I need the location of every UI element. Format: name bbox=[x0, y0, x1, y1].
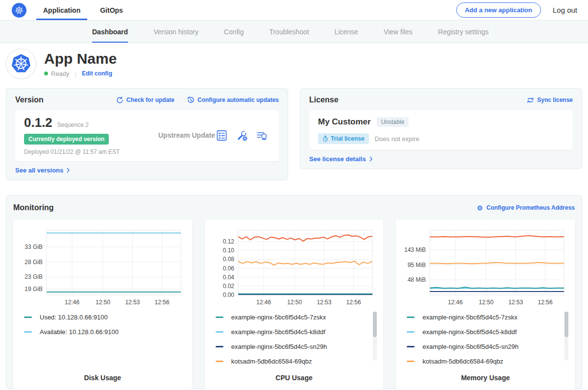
top-navbar: Application GitOps Add a new application… bbox=[0, 0, 588, 21]
divider: | bbox=[75, 70, 76, 77]
svg-text:12:56: 12:56 bbox=[346, 299, 361, 306]
cpu-usage-chart-card: 0.120.100.080.060.040.020.0012:4612:5012… bbox=[205, 219, 384, 390]
legend-label: example-nginx-5bc6f5d4c5-k8ddf bbox=[231, 328, 325, 336]
stopwatch-icon bbox=[322, 136, 328, 142]
svg-text:12:50: 12:50 bbox=[479, 299, 493, 306]
nav-tab-gitops[interactable]: GitOps bbox=[100, 0, 123, 20]
configure-prometheus-button[interactable]: Configure Prometheus Address bbox=[476, 204, 575, 212]
refresh-icon bbox=[116, 97, 123, 104]
legend-label: example-nginx-5bc6f5d4c5-sn29h bbox=[422, 343, 518, 350]
legend-item: example-nginx-5bc6f5d4c5-k8ddf bbox=[407, 328, 560, 336]
chart-title: Disk Usage bbox=[18, 371, 187, 386]
legend-swatch bbox=[407, 346, 415, 347]
version-card: Version Check for update Configure au bbox=[6, 88, 288, 180]
svg-text:12:53: 12:53 bbox=[317, 299, 331, 306]
version-number: 0.1.2 bbox=[24, 115, 52, 130]
svg-text:12:50: 12:50 bbox=[96, 299, 110, 306]
add-new-application-button[interactable]: Add a new application bbox=[456, 2, 541, 18]
tab-version-history[interactable]: Version history bbox=[153, 21, 198, 43]
preflight-checks-icon[interactable] bbox=[216, 129, 228, 142]
tab-config[interactable]: Config bbox=[224, 21, 244, 43]
chevron-right-icon bbox=[369, 156, 373, 162]
legend-label: Used: 10.128.0.66:9100 bbox=[40, 314, 108, 321]
app-header: App Name Ready | Edit config bbox=[0, 43, 588, 84]
see-license-details-link[interactable]: See license details bbox=[309, 155, 573, 163]
version-card-title: Version bbox=[15, 96, 44, 104]
edit-config-link[interactable]: Edit config bbox=[82, 70, 112, 77]
svg-text:0.10: 0.10 bbox=[223, 247, 235, 254]
chart-title: Memory Usage bbox=[401, 371, 570, 386]
legend-label: Available: 10.128.0.66:9100 bbox=[40, 328, 119, 336]
svg-text:95 MiB: 95 MiB bbox=[407, 262, 425, 268]
legend-label: example-nginx-5bc6f5d4c5-7zskx bbox=[422, 314, 517, 321]
svg-text:12:46: 12:46 bbox=[256, 299, 271, 306]
app-subnav: Dashboard Version history Config Trouble… bbox=[0, 21, 588, 43]
tab-dashboard[interactable]: Dashboard bbox=[92, 21, 128, 43]
legend-item: example-nginx-5bc6f5d4c5-sn29h bbox=[407, 343, 560, 350]
monitoring-section: Monitoring Configure Prometheus Address … bbox=[6, 195, 582, 389]
cpu-usage-chart: 0.120.100.080.060.040.020.0012:4612:5012… bbox=[210, 225, 379, 309]
chevron-right-icon bbox=[67, 168, 70, 173]
svg-text:12:56: 12:56 bbox=[538, 299, 552, 306]
legend-label: example-nginx-5bc6f5d4c5-7zskx bbox=[231, 314, 326, 321]
memory-usage-chart-card: 143 MiB95 MiB48 MiB12:4612:5012:5312:56 … bbox=[396, 219, 575, 390]
legend-item: Used: 10.128.0.66:9100 bbox=[24, 314, 177, 321]
legend-scrollbar[interactable] bbox=[564, 312, 568, 361]
config-wrench-icon[interactable] bbox=[236, 129, 248, 142]
gear-icon bbox=[476, 204, 484, 212]
svg-text:0.02: 0.02 bbox=[223, 283, 235, 290]
legend-item: example-nginx-5bc6f5d4c5-7zskx bbox=[407, 314, 560, 321]
channel-badge: Unstable bbox=[377, 117, 409, 127]
deployed-timestamp: Deployed 01/21/22 @ 11:57 am EST bbox=[24, 148, 147, 155]
deployed-version-badge: Currently deployed version bbox=[24, 134, 109, 145]
legend-swatch bbox=[216, 331, 223, 333]
legend-swatch bbox=[216, 346, 223, 347]
legend-swatch bbox=[407, 317, 415, 318]
kubernetes-logo-icon[interactable] bbox=[12, 3, 26, 18]
svg-text:23 GiB: 23 GiB bbox=[25, 273, 43, 280]
svg-text:0.06: 0.06 bbox=[223, 265, 235, 272]
disk-usage-chart-card: 33 GiB28 GiB23 GiB19 GiB12:4612:5012:531… bbox=[13, 219, 192, 390]
legend-item: Available: 10.128.0.66:9100 bbox=[24, 328, 177, 336]
legend-label: example-nginx-5bc6f5d4c5-sn29h bbox=[231, 343, 327, 350]
log-out-button[interactable]: Log out bbox=[553, 6, 577, 14]
svg-text:143 MiB: 143 MiB bbox=[404, 246, 426, 253]
check-for-update-button[interactable]: Check for update bbox=[116, 97, 174, 104]
legend-label: kotsadm-5db6dc6584-69qbz bbox=[231, 358, 312, 365]
memory-usage-chart: 143 MiB95 MiB48 MiB12:4612:5012:5312:56 bbox=[401, 225, 570, 309]
cpu-usage-legend: example-nginx-5bc6f5d4c5-7zskxexample-ng… bbox=[210, 309, 379, 371]
svg-text:12:56: 12:56 bbox=[155, 299, 170, 306]
ready-status-dot bbox=[44, 72, 48, 75]
app-kubernetes-icon bbox=[6, 49, 36, 79]
tab-registry-settings[interactable]: Registry settings bbox=[438, 21, 489, 43]
svg-text:48 MiB: 48 MiB bbox=[407, 276, 425, 283]
legend-scrollbar-thumb[interactable] bbox=[373, 312, 377, 337]
legend-scrollbar[interactable] bbox=[373, 312, 377, 361]
legend-swatch bbox=[24, 331, 32, 333]
svg-text:0.00: 0.00 bbox=[223, 292, 235, 298]
legend-swatch bbox=[216, 317, 223, 318]
legend-label: example-nginx-5bc6f5d4c5-k8ddf bbox=[422, 328, 516, 336]
legend-scrollbar-thumb[interactable] bbox=[564, 312, 568, 337]
tab-view-files[interactable]: View files bbox=[384, 21, 413, 43]
legend-item: example-nginx-5bc6f5d4c5-7zskx bbox=[216, 314, 369, 321]
chart-title: CPU Usage bbox=[210, 371, 379, 386]
nav-tab-application[interactable]: Application bbox=[43, 0, 80, 20]
sync-license-button[interactable]: Sync license bbox=[527, 97, 573, 104]
legend-swatch bbox=[216, 361, 223, 362]
tab-license[interactable]: License bbox=[335, 21, 358, 43]
sequence-label: Sequence 2 bbox=[57, 122, 89, 128]
legend-item: example-nginx-5bc6f5d4c5-sn29h bbox=[216, 343, 369, 350]
tab-troubleshoot[interactable]: Troubleshoot bbox=[269, 21, 309, 43]
view-logs-icon[interactable] bbox=[256, 129, 268, 142]
svg-text:12:53: 12:53 bbox=[125, 299, 140, 306]
configure-automatic-updates-button[interactable]: Configure automatic updates bbox=[187, 97, 279, 104]
legend-item: example-nginx-5bc6f5d4c5-k8ddf bbox=[216, 328, 369, 336]
disk-usage-legend: Used: 10.128.0.66:9100Available: 10.128.… bbox=[18, 309, 187, 371]
update-source-label: Upstream Update bbox=[147, 131, 216, 139]
see-all-versions-link[interactable]: See all versions bbox=[15, 167, 279, 174]
legend-label: kotsadm-5db6dc6584-69qbz bbox=[422, 358, 503, 365]
legend-swatch bbox=[407, 361, 415, 362]
status-label: Ready bbox=[51, 70, 70, 77]
legend-swatch bbox=[407, 331, 415, 333]
